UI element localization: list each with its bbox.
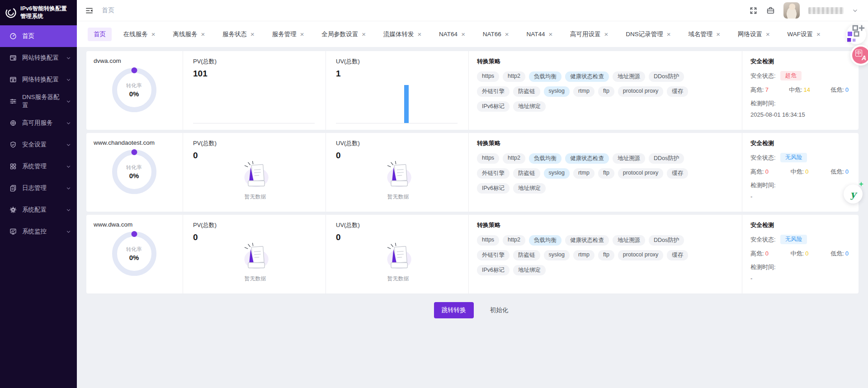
strategy-title: 转换策略 <box>477 221 734 229</box>
tab-close-icon[interactable]: × <box>300 32 304 37</box>
briefcase-button[interactable] <box>766 6 775 15</box>
chevron-down-icon <box>66 142 71 147</box>
tab-label: 网络设置 <box>738 30 762 38</box>
strategy-tag: 防盗链 <box>513 168 540 179</box>
tab-close-icon[interactable]: × <box>362 32 366 37</box>
jump-convert-button[interactable]: 跳转转换 <box>434 302 474 318</box>
app-title: IPv6智能转换配置管理系统 <box>20 5 72 20</box>
strategy-tag: syslog <box>544 168 570 179</box>
tab-nat64[interactable]: NAT64× <box>433 28 471 40</box>
conversion-gauge: 转化率0% <box>112 68 156 112</box>
dashboard-content: dvwa.com转化率0%PV(总数)101UV(总数)1转换策略httpsht… <box>77 47 868 388</box>
assistant-button[interactable]: y <box>844 185 863 203</box>
tab-close-icon[interactable]: × <box>250 32 255 37</box>
dns-config-icon <box>9 98 17 105</box>
chevron-down-icon <box>66 56 71 61</box>
risk-mid-value: 0 <box>805 250 808 257</box>
strategy-tag: 负载均衡 <box>529 71 561 82</box>
tab-waf-settings[interactable]: WAF设置× <box>782 28 826 41</box>
tab-close-icon[interactable]: × <box>766 32 770 37</box>
strategy-tag: 缓存 <box>667 168 688 179</box>
tab-online-service[interactable]: 在线服务× <box>118 28 161 41</box>
tab-service-status[interactable]: 服务状态× <box>217 28 260 41</box>
sidebar-item-home[interactable]: 首页 <box>0 25 77 47</box>
sidebar-item-website-convert[interactable]: 网站转换配置 <box>0 47 77 69</box>
site-cards: dvwa.com转化率0%PV(总数)101UV(总数)1转换策略httpsht… <box>86 51 859 293</box>
sidebar-item-dns-config[interactable]: DNS服务器配置 <box>0 90 77 112</box>
tab-close-icon[interactable]: × <box>604 32 609 37</box>
card-security-column: 安全检测安全状态:无风险高危:0中危:0低危:0检测时间:- <box>742 215 859 293</box>
tab-global-params[interactable]: 全局参数设置× <box>316 28 372 41</box>
sidebar-item-network-convert[interactable]: 网络转换配置 <box>0 69 77 90</box>
tab-label: DNS记录管理 <box>626 30 663 38</box>
strategy-tag: 地址绑定 <box>513 183 546 194</box>
tab-network-settings[interactable]: 网络设置× <box>732 28 776 41</box>
empty-illustration-icon <box>381 161 416 192</box>
card-security-column: 安全检测安全状态:无风险高危:0中危:0低危:0检测时间:- <box>742 133 859 212</box>
sidebar-item-system-management[interactable]: 系统管理 <box>0 156 77 177</box>
empty-illustration-icon <box>381 243 416 274</box>
widget-launcher-button[interactable] <box>846 24 866 44</box>
tab-offline-service[interactable]: 离线服务× <box>167 28 211 41</box>
fullscreen-button[interactable] <box>749 6 758 15</box>
tab-label: 在线服务 <box>123 30 148 38</box>
card-security-column: 安全检测安全状态:超危高危:7中危:14低危:0检测时间:2025-08-01 … <box>742 51 859 130</box>
tab-close-icon[interactable]: × <box>461 32 465 37</box>
chevron-down-icon[interactable] <box>852 8 858 14</box>
risk-levels-row: 高危:7中危:14低危:0 <box>750 86 850 94</box>
strategy-tag: 健康状态检查 <box>565 153 609 164</box>
strategy-tag: 负载均衡 <box>529 235 561 246</box>
gauge-value: 0% <box>129 90 139 98</box>
risk-mid-label: 中危: <box>791 250 804 257</box>
strategy-tag: https <box>477 153 499 164</box>
strategy-tag: IPv6标记 <box>477 101 509 112</box>
card-uv-column: UV(总数)1 <box>326 51 468 130</box>
tab-dns-records[interactable]: DNS记录管理× <box>620 28 676 41</box>
tab-domain-management[interactable]: 域名管理× <box>682 28 726 41</box>
security-status-badge: 无风险 <box>780 153 807 162</box>
tab-close-icon[interactable]: × <box>667 32 671 37</box>
tab-close-icon[interactable]: × <box>505 32 509 37</box>
tab-label: 服务管理 <box>272 30 297 38</box>
log-management-icon <box>9 185 17 192</box>
avatar[interactable] <box>783 2 800 19</box>
sidebar-item-system-monitor[interactable]: 系统监控 <box>0 221 77 242</box>
risk-high-value: 0 <box>765 250 769 257</box>
risk-low: 低危:0 <box>830 86 849 94</box>
translate-button[interactable]: 中A <box>850 45 868 66</box>
tab-home[interactable]: 首页 <box>88 28 112 41</box>
tab-service-management[interactable]: 服务管理× <box>266 28 310 41</box>
tab-close-icon[interactable]: × <box>151 32 156 37</box>
tab-close-icon[interactable]: × <box>716 32 720 37</box>
app-logo-icon <box>5 6 17 19</box>
empty-state: 暂无数据 <box>193 238 317 287</box>
sidebar-collapse-button[interactable] <box>85 6 94 15</box>
tab-nat66[interactable]: NAT66× <box>477 28 515 40</box>
sidebar-item-label: DNS服务器配置 <box>22 93 61 109</box>
tab-close-icon[interactable]: × <box>548 32 552 37</box>
strategy-tag: ftp <box>598 250 614 260</box>
gauge-dot <box>131 149 137 155</box>
chart-bar <box>404 85 409 123</box>
sidebar-item-system-config[interactable]: 系统配置 <box>0 199 77 221</box>
tab-close-icon[interactable]: × <box>417 32 421 37</box>
security-status-row: 安全状态:无风险 <box>750 235 850 244</box>
strategy-tag: https <box>477 235 499 246</box>
card-strategy-column: 转换策略httpshttp2负载均衡健康状态检查地址溯源DDos防护外链引擎防盗… <box>468 215 742 293</box>
tab-nat44[interactable]: NAT44× <box>520 28 558 40</box>
initialize-button[interactable]: 初始化 <box>487 306 511 315</box>
sidebar-menu: 首页网站转换配置网络转换配置DNS服务器配置高可用服务安全设置系统管理日志管理系… <box>0 25 77 388</box>
sidebar-item-log-management[interactable]: 日志管理 <box>0 177 77 199</box>
sidebar-item-security-settings[interactable]: 安全设置 <box>0 134 77 156</box>
gauge-label: 转化率 <box>126 246 142 253</box>
tab-close-icon[interactable]: × <box>816 32 821 37</box>
tab-close-icon[interactable]: × <box>201 32 205 37</box>
tab-stream-forward[interactable]: 流媒体转发× <box>377 28 427 41</box>
sidebar-item-label: 系统管理 <box>22 162 47 170</box>
strategy-tag: ftp <box>598 168 614 179</box>
strategy-tag: IPv6标记 <box>477 265 509 275</box>
detect-time-label: 检测时间: <box>750 99 776 108</box>
high-availability-icon <box>9 119 17 127</box>
tab-ha-settings[interactable]: 高可用设置× <box>564 28 614 41</box>
sidebar-item-ha-service[interactable]: 高可用服务 <box>0 112 77 134</box>
